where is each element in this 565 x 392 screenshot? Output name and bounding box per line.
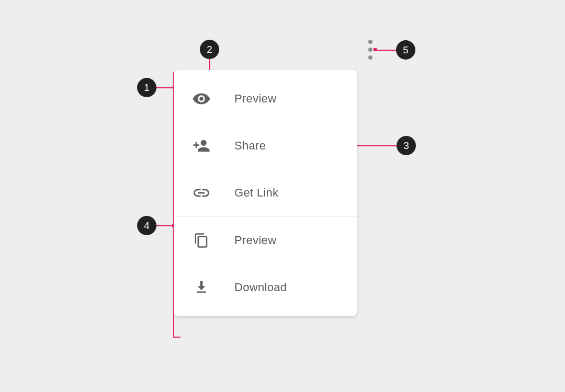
leader-1 bbox=[156, 87, 174, 88]
menu-item-get-link[interactable]: Get Link bbox=[174, 169, 357, 216]
callout-1: 1 bbox=[137, 78, 156, 97]
callout-2: 2 bbox=[200, 40, 219, 59]
download-icon bbox=[188, 280, 214, 295]
callout-4: 4 bbox=[137, 216, 156, 235]
menu-item-label: Download bbox=[234, 281, 287, 294]
menu-item-copy[interactable]: Preview bbox=[174, 217, 357, 264]
eye-icon bbox=[188, 89, 214, 108]
callout-5: 5 bbox=[396, 40, 415, 60]
leader-4-h bbox=[156, 225, 174, 226]
leader-rail-bottom bbox=[173, 337, 180, 338]
menu-item-label: Preview bbox=[234, 234, 276, 247]
dot bbox=[368, 48, 372, 52]
menu-item-label: Get Link bbox=[234, 186, 278, 200]
menu-item-preview[interactable]: Preview bbox=[174, 75, 357, 122]
leader-5 bbox=[374, 50, 397, 51]
context-menu: Preview Share Get Link Preview Download bbox=[174, 70, 357, 316]
menu-item-download[interactable]: Download bbox=[174, 264, 357, 311]
menu-item-label: Preview bbox=[234, 92, 276, 106]
leader-5-cap bbox=[374, 48, 377, 51]
callout-3: 3 bbox=[397, 136, 416, 155]
more-vert-icon[interactable] bbox=[368, 40, 372, 60]
menu-item-label: Share bbox=[234, 139, 266, 153]
link-icon bbox=[188, 183, 214, 202]
menu-item-share[interactable]: Share bbox=[174, 122, 357, 169]
person-add-icon bbox=[188, 137, 214, 155]
dot bbox=[368, 40, 372, 44]
copy-icon bbox=[188, 232, 214, 249]
dot bbox=[368, 55, 372, 60]
